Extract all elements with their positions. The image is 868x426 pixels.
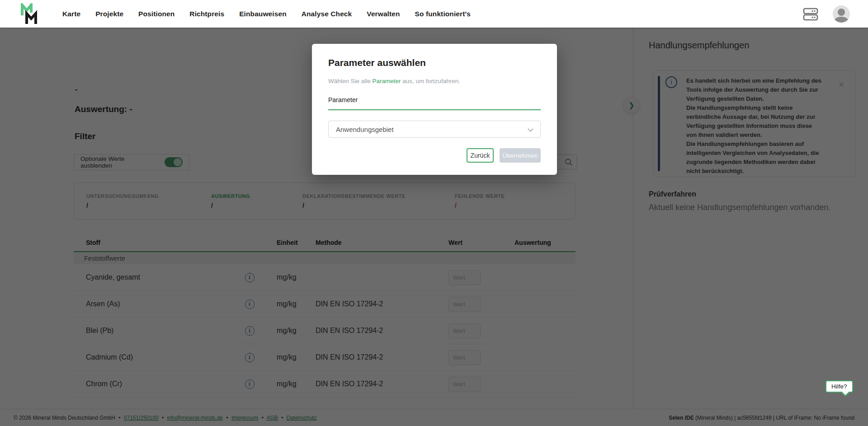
nav-item-positionen[interactable]: Positionen [138,10,175,18]
avatar-body-icon [834,17,849,23]
help-bubble[interactable]: Hilfe? [826,380,853,393]
nav-item-karte[interactable]: Karte [62,10,80,18]
nav-item-verwalten[interactable]: Verwalten [367,10,400,18]
nav-item-projekte[interactable]: Projekte [95,10,123,18]
parameter-field-label: Parameter [328,96,541,103]
chevron-down-icon [528,126,533,132]
main-menu: Karte Projekte Positionen Richtpreis Ein… [62,0,471,28]
dialog-title: Parameter auswählen [328,57,541,68]
apply-button[interactable]: Übernehmen [500,148,541,163]
subtitle-text: aus, um fortzufahren. [401,78,460,84]
select-value: Anwendungsgebiet [336,126,394,133]
top-navbar: Karte Projekte Positionen Richtpreis Ein… [0,0,868,28]
logo-icon [20,3,40,25]
parameter-field-underline[interactable] [328,109,541,110]
nav-item-so-funktionierts[interactable]: So funktioniert's [415,10,471,18]
parameter-link: Parameter [373,78,401,84]
avatar-head-icon [838,9,845,16]
nav-item-analyse-check[interactable]: Analyse Check [302,10,352,18]
dialog-subtitle: Wählen Sie alle Parameter aus, um fortzu… [328,78,541,84]
app-root: Karte Projekte Positionen Richtpreis Ein… [0,0,868,426]
server-icon[interactable] [803,7,818,21]
user-avatar[interactable] [833,5,850,23]
subtitle-text: Wählen Sie alle [328,78,373,84]
parameter-dialog: Parameter auswählen Wählen Sie alle Para… [312,44,557,175]
nav-item-einbauweisen[interactable]: Einbauweisen [239,10,287,18]
mineral-minds-logo[interactable] [20,3,40,27]
anwendungsgebiet-select[interactable]: Anwendungsgebiet [328,121,541,138]
navbar-right [803,0,850,28]
dialog-actions: Zurück Übernehmen [467,148,541,163]
back-button[interactable]: Zurück [467,148,494,163]
nav-item-richtpreis[interactable]: Richtpreis [189,10,224,18]
